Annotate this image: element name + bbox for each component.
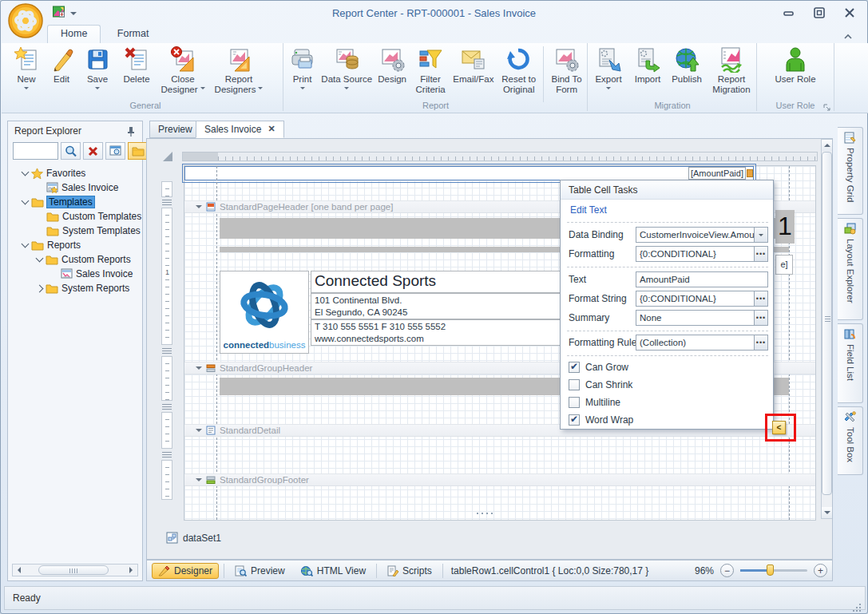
smart-tag-anchor-icon[interactable] [747,169,753,177]
can-shrink-checkbox[interactable]: Can Shrink [569,378,632,391]
zoom-slider-thumb[interactable] [767,564,774,576]
scroll-up-button[interactable] [822,140,832,151]
close-tab-icon[interactable]: ✕ [268,124,275,137]
design-button[interactable]: Design [374,45,411,85]
scroll-right-icon[interactable] [129,567,136,573]
tree-item-sales-invoice-report[interactable]: Sales Invoice [8,267,142,281]
folder-view-button[interactable] [128,142,148,160]
dataset-item[interactable]: dataSet1 [166,532,221,544]
clear-search-button[interactable] [83,142,103,160]
bind-to-form-button[interactable]: Bind ToForm [546,45,587,95]
canvas-vscrollbar[interactable] [821,139,833,519]
edit-button[interactable]: Edit [45,45,78,85]
scrollbar-thumb[interactable] [38,565,109,575]
close-button[interactable] [843,7,856,18]
band-grip-icon[interactable] [162,348,172,354]
user-role-button[interactable]: User Role [763,45,827,85]
band-grip-icon[interactable] [162,452,172,458]
maximize-button[interactable] [813,7,826,18]
search-button[interactable] [61,142,81,160]
expander-icon[interactable] [36,255,44,263]
band-collapse-icon[interactable] [196,429,202,435]
tree-item-system-reports[interactable]: System Reports [8,281,142,295]
delete-button[interactable]: Delete [117,45,157,85]
search-input[interactable] [13,142,58,160]
band-collapse-icon[interactable] [196,205,202,212]
dialog-launcher-icon[interactable] [823,101,831,109]
publish-button[interactable]: Publish [667,45,707,85]
multiline-checkbox[interactable]: Multiline [569,396,620,409]
tree-item-templates[interactable]: Templates [8,195,142,209]
tab-preview[interactable]: Preview [149,121,201,138]
ellipsis-button[interactable]: ••• [754,291,767,306]
print-button[interactable]: Print [284,45,320,92]
zoom-in-button[interactable]: + [814,564,827,577]
ellipsis-button[interactable]: ••• [754,247,767,261]
format-string-field[interactable]: {0:CONDITIONAL}••• [636,291,768,307]
band-collapse-icon[interactable] [196,366,202,373]
expander-icon[interactable] [22,197,30,205]
band-grip-icon[interactable] [162,404,172,410]
minimize-button[interactable] [783,7,795,18]
html-view-button[interactable]: HTML View [295,564,371,578]
expander-icon[interactable] [36,284,44,292]
tab-sales-invoice[interactable]: Sales Invoice ✕ [196,121,284,138]
word-wrap-checkbox[interactable]: Word Wrap [569,414,633,426]
expander-icon[interactable] [22,168,30,176]
export-button[interactable]: Export [589,45,628,92]
report-migration-button[interactable]: ReportMigration [707,45,756,95]
band-grip-icon[interactable] [162,200,172,205]
dock-tab-property-grid[interactable]: Property Grid [838,127,863,215]
explorer-hscrollbar[interactable] [12,564,138,576]
dock-tab-layout-explorer[interactable]: Layout Explorer [838,218,863,320]
text-field[interactable]: AmountPaid [636,271,768,287]
company-contact-cell[interactable]: T 310 555 5551 F 310 555 5552 www.connec… [311,319,566,346]
collapse-ribbon-icon[interactable] [843,30,853,38]
email-fax-button[interactable]: Email/Fax [450,45,497,85]
scrollbar-thumb[interactable] [822,152,832,495]
new-button[interactable]: New [8,45,45,92]
zoom-slider[interactable] [740,569,807,572]
checkbox-icon[interactable] [569,379,580,390]
dock-tab-tool-box[interactable]: Tool Box [838,406,863,475]
company-address-cell[interactable]: 101 Continental Blvd. El Segundo, CA 902… [311,293,566,319]
reset-to-original-button[interactable]: Reset toOriginal [497,45,541,95]
tab-format[interactable]: Format [105,26,162,44]
tree-item-custom-reports[interactable]: Custom Reports [8,252,142,267]
data-binding-combo[interactable]: CustomerInvoiceView.AmountPaid [636,227,768,243]
ellipsis-button[interactable]: ••• [754,335,767,350]
summary-field[interactable]: None••• [636,310,768,326]
pin-icon[interactable] [126,125,136,136]
checkbox-icon[interactable] [569,414,580,426]
company-name-cell[interactable]: Connected Sports [311,271,566,293]
scripts-view-button[interactable]: Scripts [382,564,438,578]
tab-home[interactable]: Home [47,25,101,43]
tree-item-reports[interactable]: Reports [8,238,142,252]
filter-criteria-button[interactable]: FilterCriteria [411,45,450,95]
resize-grip-icon[interactable] [852,596,862,606]
preview-view-button[interactable]: Preview [229,564,291,578]
close-designer-button[interactable]: Close Designer [157,45,209,95]
edit-text-link[interactable]: Edit Text [570,204,607,216]
report-view-button[interactable] [105,142,125,160]
expander-icon[interactable] [22,240,30,248]
save-button[interactable]: Save [78,45,117,92]
band-collapse-icon[interactable] [196,478,202,485]
can-grow-checkbox[interactable]: Can Grow [569,361,628,374]
app-logo-icon[interactable] [7,2,44,39]
checkbox-icon[interactable] [569,362,580,373]
formatting-field[interactable]: {0:CONDITIONAL}••• [636,246,768,262]
splitter-dots-icon[interactable] [477,513,494,514]
zoom-out-button[interactable]: − [720,564,734,577]
tree-item-system-templates[interactable]: System Templates [8,224,142,238]
scroll-left-icon[interactable] [14,567,21,573]
ellipsis-button[interactable]: ••• [754,311,767,325]
formatting-rules-field[interactable]: (Collection)••• [636,335,768,351]
import-button[interactable]: Import [628,45,667,85]
amount-paid-cell[interactable]: [AmountPaid] [688,167,746,180]
data-source-button[interactable]: Data Source [320,45,374,92]
band-standard-group-footer[interactable]: StandardGroupFooter [184,473,815,486]
tree-item-favorites[interactable]: Favorites [8,166,142,180]
company-logo[interactable]: connectedbusiness [220,271,309,354]
detail-table-row-selected[interactable]: [AmountPaid] [184,166,754,180]
